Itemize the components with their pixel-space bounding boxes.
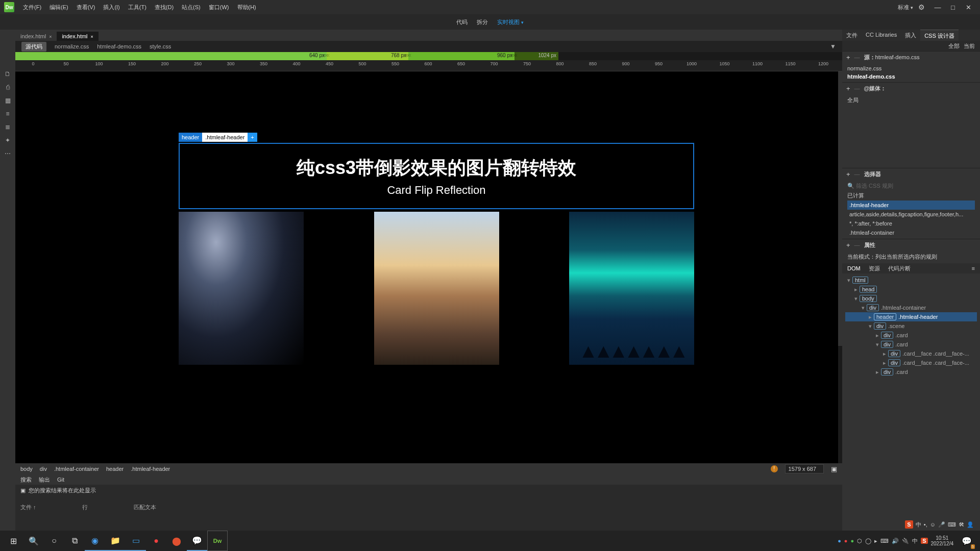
preview-icon[interactable]: ▣: [831, 465, 837, 473]
crumb-item[interactable]: div: [40, 466, 47, 472]
taskbar-app[interactable]: ⬤: [166, 531, 187, 551]
system-tray[interactable]: ● ● ● ⬡ ◯ ▸ ⌨ 🔊 🔌 中 S: [838, 537, 927, 545]
menu-item[interactable]: 帮助(H): [234, 2, 260, 13]
selector-item[interactable]: *, *:after, *:before: [847, 219, 975, 228]
assets-tab[interactable]: 资源: [869, 265, 880, 272]
dom-tab[interactable]: DOM: [847, 265, 861, 271]
view-split[interactable]: 拆分: [477, 18, 488, 26]
view-code[interactable]: 代码: [456, 18, 468, 26]
related-file[interactable]: htmleaf-demo.css: [97, 43, 141, 49]
tool-manage-icon[interactable]: ⎙: [3, 84, 13, 93]
tool-list-icon[interactable]: ≣: [3, 123, 13, 133]
selected-class-name[interactable]: .htmleaf-header: [202, 133, 248, 142]
tray-icon[interactable]: ●: [844, 538, 848, 544]
col-match[interactable]: 匹配文本: [134, 504, 156, 511]
tray-icon[interactable]: ▸: [874, 538, 877, 544]
preview-card[interactable]: [569, 212, 694, 365]
dom-node[interactable]: ▸div.card__face .card__face-...: [845, 349, 977, 358]
dom-node[interactable]: ▸div.card__face .card__face-...: [845, 358, 977, 367]
add-media-button[interactable]: +: [846, 85, 850, 92]
ime-toolbar[interactable]: S 中•,☺🎤⌨🛠👤: [903, 519, 976, 530]
notification-icon[interactable]: 💬5: [957, 531, 977, 551]
panel-menu-icon[interactable]: ≡: [972, 265, 975, 271]
output-tab-output[interactable]: 输出: [39, 476, 50, 484]
crumb-item[interactable]: header: [106, 466, 124, 472]
tray-icon[interactable]: ●: [838, 538, 841, 544]
output-tab-search[interactable]: 搜索: [20, 476, 32, 484]
tray-icon[interactable]: 🔌: [902, 538, 909, 544]
taskbar-app[interactable]: ●: [146, 531, 166, 551]
source-item[interactable]: htmleaf-demo.css: [847, 72, 975, 81]
snippets-tab[interactable]: 代码片断: [888, 265, 911, 272]
error-indicator-icon[interactable]: !: [771, 465, 778, 472]
dom-node[interactable]: ▸div.card: [845, 331, 977, 340]
tray-icon[interactable]: ⌨: [880, 538, 889, 544]
file-tab[interactable]: index.html×: [57, 32, 98, 41]
volume-icon[interactable]: 🔊: [892, 538, 899, 544]
dom-node[interactable]: ▸header.htmleaf-header: [845, 312, 977, 321]
viewport-size-display[interactable]: 1579 x 687: [785, 464, 824, 473]
right-tab[interactable]: 文件: [842, 30, 862, 41]
right-tab[interactable]: CSS 设计器: [920, 30, 959, 41]
close-button[interactable]: ✕: [961, 4, 976, 11]
dom-node[interactable]: ▸head: [845, 285, 977, 294]
live-viewport[interactable]: header .htmleaf-header + 纯css3带倒影效果的图片翻转…: [15, 71, 842, 463]
dom-node[interactable]: ▾body: [845, 294, 977, 303]
filter-icon[interactable]: ▼: [830, 43, 836, 50]
maximize-button[interactable]: □: [945, 4, 961, 11]
dom-node[interactable]: ▾div.card: [845, 340, 977, 349]
minimize-button[interactable]: —: [930, 4, 945, 11]
menu-item[interactable]: 编辑(E): [46, 2, 72, 13]
cortana-icon[interactable]: ○: [44, 531, 64, 551]
tray-icon[interactable]: S: [921, 538, 927, 544]
ime-indicator[interactable]: 中: [912, 537, 918, 545]
view-live[interactable]: 实时视图: [497, 18, 524, 26]
menu-item[interactable]: 查看(V): [73, 2, 99, 13]
preview-card[interactable]: [374, 212, 499, 365]
related-file[interactable]: normalize.css: [55, 43, 89, 49]
right-tab[interactable]: 插入: [901, 30, 920, 41]
dom-node[interactable]: ▾html: [845, 276, 977, 285]
related-file[interactable]: style.css: [150, 43, 171, 49]
dom-node[interactable]: ▸div.card: [845, 367, 977, 377]
tool-insert-icon[interactable]: ≡: [3, 110, 13, 119]
dom-node[interactable]: ▾div.scene: [845, 321, 977, 331]
taskbar-app[interactable]: 📁: [105, 531, 126, 551]
tool-image-icon[interactable]: ▦: [3, 97, 13, 106]
crumb-item[interactable]: .htmleaf-container: [54, 466, 99, 472]
menu-item[interactable]: 工具(T): [125, 2, 150, 13]
dom-node[interactable]: ▾div.htmleaf-container: [845, 303, 977, 312]
taskbar-app[interactable]: 💬: [187, 531, 207, 551]
tool-more-icon[interactable]: ⋯: [3, 150, 13, 159]
tray-icon[interactable]: ●: [851, 538, 854, 544]
css-all-tab[interactable]: 全部: [948, 42, 960, 50]
menu-item[interactable]: 窗口(W): [205, 2, 233, 13]
breakpoint-bar[interactable]: 640 px 768 px 960 px 1024 px: [15, 52, 842, 60]
start-button[interactable]: ⊞: [3, 531, 23, 551]
crumb-item[interactable]: body: [20, 466, 33, 472]
computed-row[interactable]: 已计算: [847, 191, 975, 201]
taskbar-app-dreamweaver[interactable]: Dw: [207, 531, 228, 551]
menu-item[interactable]: 文件(F): [19, 2, 45, 13]
menu-item[interactable]: 站点(S): [178, 2, 204, 13]
selected-header-element[interactable]: 纯css3带倒影效果的图片翻转特效 Card Flip Reflection: [179, 143, 694, 209]
source-item[interactable]: normalize.css: [847, 64, 975, 72]
tool-file-icon[interactable]: 🗋: [3, 70, 13, 80]
stop-icon[interactable]: ▣: [20, 487, 26, 494]
add-property-button[interactable]: +: [846, 241, 850, 249]
selector-item[interactable]: .htmleaf-header: [847, 201, 975, 210]
right-tab[interactable]: CC Libraries: [862, 30, 901, 41]
tray-icon[interactable]: ⬡: [857, 538, 862, 544]
source-code-tab[interactable]: 源代码: [21, 42, 46, 52]
selector-item[interactable]: article,aside,details,figcaption,figure,…: [847, 210, 975, 219]
selector-filter-input[interactable]: 筛选 CSS 规则: [856, 183, 893, 189]
workspace-selector[interactable]: 标准: [898, 4, 913, 11]
add-selector-button[interactable]: +: [846, 170, 850, 178]
media-item[interactable]: 全局: [847, 95, 975, 105]
viewport-scrollbar[interactable]: [838, 71, 842, 463]
taskbar-clock[interactable]: 10:51 2022/12/4: [931, 535, 954, 546]
tool-target-icon[interactable]: ✦: [3, 137, 13, 146]
selector-item[interactable]: .htmleaf-container: [847, 228, 975, 237]
col-line[interactable]: 行: [82, 504, 88, 511]
dom-tree[interactable]: ▾html▸head▾body▾div.htmleaf-container▸he…: [842, 273, 980, 406]
